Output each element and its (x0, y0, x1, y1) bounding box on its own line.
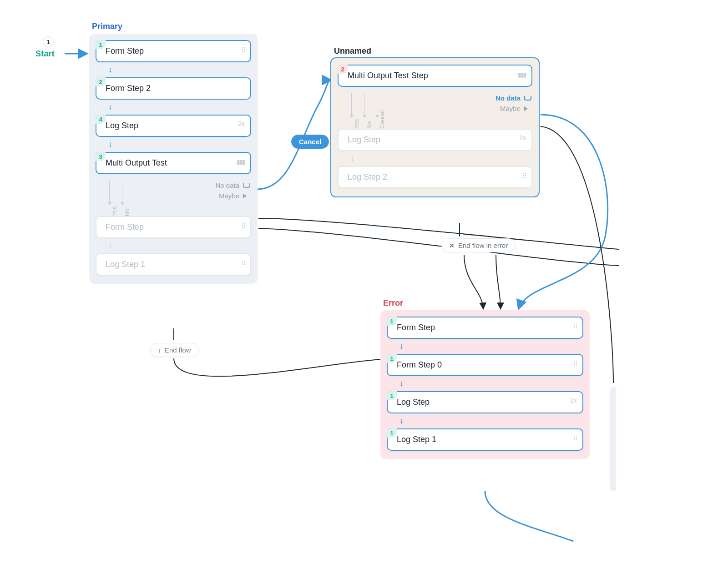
grip-icon: ⠿ (573, 435, 577, 442)
badge: 4 (96, 115, 106, 124)
badge: 1 (387, 317, 397, 326)
arrow-down-icon: ↓ (108, 65, 112, 75)
step-form-step[interactable]: 1 Form Step ⠿ (96, 40, 251, 62)
step-form-step-faded[interactable]: Form Step ⠿ (96, 216, 251, 238)
step-error-log-step[interactable]: 1 Log Step 2x (387, 391, 583, 413)
end-flow-error-pill[interactable]: ✕ End flow in error (441, 238, 516, 252)
triangle-icon (243, 193, 251, 199)
edge-label-cancel[interactable]: Cancel (291, 135, 329, 149)
step-label: Form Step 0 (397, 360, 442, 369)
arrow-down-icon: ↓ (399, 416, 404, 426)
step-log-step-2-faded[interactable]: Log Step 2 ⠿ (338, 166, 532, 188)
step-error-form-step-0[interactable]: 1 Form Step 0 ⠿ (387, 354, 583, 376)
step-count: 2x (570, 397, 577, 404)
lane-unnamed[interactable]: Unnamed 2 Multi Output Test Step ▮▮▮ Yes… (330, 57, 540, 197)
arrow-down-icon: ↓ (158, 347, 161, 354)
grip-icon: ⠿ (573, 360, 577, 368)
signal-icon: ▮▮▮ (237, 158, 245, 166)
grip-icon: ⠿ (522, 172, 526, 180)
cup-icon (524, 95, 532, 101)
step-error-log-step-1[interactable]: 1 Log Step 1 ⠿ (387, 428, 583, 451)
start-label: Start (35, 49, 55, 59)
ports-unnamed: Yes No Cancel No data Maybe (338, 91, 532, 124)
step-label: Log Step (106, 121, 138, 130)
close-icon: ✕ (449, 242, 455, 249)
step-label: Log Step (397, 398, 430, 407)
badge: 1 (387, 391, 397, 400)
grip-icon: ⠿ (241, 222, 245, 230)
cup-icon (243, 182, 251, 189)
badge: 1 (387, 428, 397, 438)
lane-error-title: Error (383, 298, 403, 308)
port-no-data[interactable]: No data (495, 94, 532, 102)
badge: 1 (387, 354, 397, 363)
step-label: Form Step 2 (106, 84, 151, 93)
end-flow-pill[interactable]: ↓ End flow (150, 343, 199, 357)
signal-icon: ▮▮▮ (518, 71, 526, 78)
start-bullet-number: 1 (46, 39, 50, 45)
badge: 2 (96, 77, 106, 86)
lane-primary[interactable]: Primary 1 Form Step ⠿ ↓ 2 Form Step 2 ↓ … (89, 34, 258, 284)
port-maybe[interactable]: Maybe (219, 192, 251, 200)
step-label: Multi Output Test Step (348, 71, 428, 80)
step-label: Multi Output Test (106, 158, 167, 167)
arrow-down-icon: ↓ (108, 102, 112, 112)
step-label: Log Step 1 (397, 435, 436, 444)
arrow-down-icon: ↓ (350, 154, 354, 163)
step-count: 2x (238, 120, 245, 127)
step-label: Log Step (348, 135, 380, 144)
lane-primary-title: Primary (92, 22, 122, 31)
arrow-down-icon: ↓ (399, 342, 404, 351)
arrow-down-icon: ↓ (108, 241, 112, 251)
step-count: 2x (519, 134, 526, 141)
step-label: Log Step 2 (348, 172, 387, 181)
step-multi-output-test-step[interactable]: 2 Multi Output Test Step ▮▮▮ (338, 65, 532, 87)
start-bullet: 1 (43, 36, 54, 47)
arrow-down-icon: ↓ (399, 379, 404, 388)
step-log-step-1-faded[interactable]: Log Step 1 ⠿ (96, 253, 251, 276)
grip-icon: ⠿ (241, 260, 245, 267)
ports-primary: Yes No No data Maybe (96, 179, 251, 211)
step-label: Form Step (106, 222, 144, 232)
badge: 2 (338, 65, 348, 74)
grip-icon: ⠿ (241, 46, 245, 54)
step-multi-output-test[interactable]: 3 Multi Output Test ▮▮▮ (96, 152, 251, 174)
step-log-step[interactable]: 4 Log Step 2x (96, 115, 251, 137)
triangle-icon (524, 106, 532, 112)
arrow-down-icon: ↓ (108, 140, 112, 149)
step-form-step-2[interactable]: 2 Form Step 2 (96, 77, 251, 100)
flow-canvas[interactable]: 1 Start Primary 1 Form Step ⠿ ↓ 2 Form S… (0, 0, 728, 584)
step-label: Form Step (106, 46, 144, 55)
lane-unnamed-title: Unnamed (334, 46, 371, 56)
step-label: Form Step (397, 323, 435, 332)
port-maybe[interactable]: Maybe (500, 105, 532, 112)
lane-error[interactable]: Error 1 Form Step ⠿ ↓ 1 Form Step 0 ⠿ ↓ … (380, 310, 590, 459)
step-error-form-step[interactable]: 1 Form Step ⠿ (387, 317, 583, 339)
badge: 3 (96, 152, 106, 161)
step-label: Log Step 1 (106, 260, 145, 269)
step-log-step-faded[interactable]: Log Step 2x (338, 129, 532, 151)
lane-cropped (610, 387, 616, 491)
badge: 1 (96, 40, 106, 49)
port-no-data[interactable]: No data (215, 181, 251, 189)
grip-icon: ⠿ (573, 323, 577, 330)
